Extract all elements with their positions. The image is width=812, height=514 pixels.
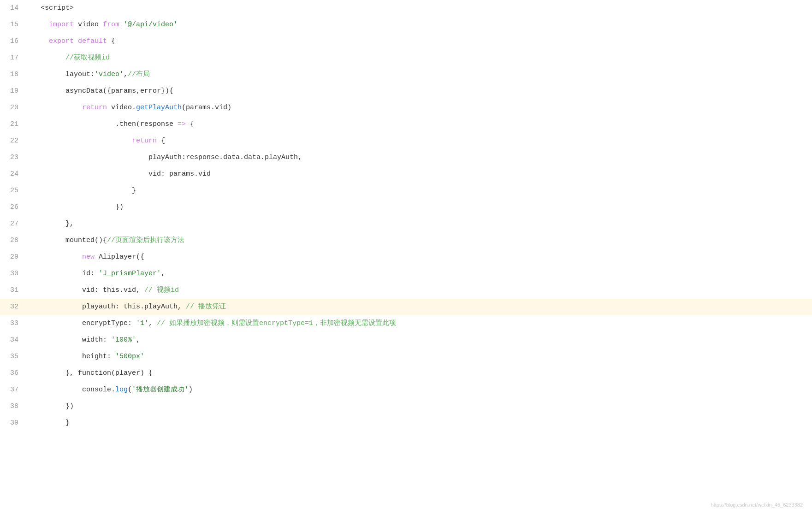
line-content: }, function(player) { [28, 365, 812, 382]
code-line: 35 height: '500px' [0, 349, 812, 365]
line-number: 34 [0, 332, 28, 349]
watermark: https://blog.csdn.net/weixin_46_6239382 [711, 501, 803, 509]
code-line: 27 }, [0, 216, 812, 232]
line-number: 27 [0, 216, 28, 232]
line-number: 19 [0, 83, 28, 100]
code-line: 29 new Aliplayer({ [0, 249, 812, 266]
line-number: 15 [0, 17, 28, 33]
line-content: playauth: this.playAuth, // 播放凭证 [28, 299, 812, 315]
line-content: width: '100%', [28, 332, 812, 349]
code-line: 39 } [0, 415, 812, 431]
code-line: 21 .then(response => { [0, 116, 812, 133]
line-number: 21 [0, 116, 28, 133]
code-line: 20 return video.getPlayAuth(params.vid) [0, 100, 812, 116]
line-number: 35 [0, 349, 28, 365]
code-line: 30 id: 'J_prismPlayer', [0, 266, 812, 282]
line-number: 16 [0, 33, 28, 50]
line-content: }, [28, 216, 812, 232]
code-line: 31 vid: this.vid, // 视频id [0, 282, 812, 299]
code-line: 33 encryptType: '1', // 如果播放加密视频，则需设置enc… [0, 315, 812, 332]
code-line: 36 }, function(player) { [0, 365, 812, 382]
code-editor: 14 <script>15 import video from '@/api/v… [0, 0, 812, 514]
code-line: 38 }) [0, 398, 812, 415]
line-content: new Aliplayer({ [28, 249, 812, 266]
line-content: vid: params.vid [28, 166, 812, 183]
code-line: 37 console.log('播放器创建成功') [0, 382, 812, 398]
line-number: 23 [0, 149, 28, 166]
code-line: 34 width: '100%', [0, 332, 812, 349]
line-content: } [28, 183, 812, 199]
line-number: 33 [0, 315, 28, 332]
line-number: 37 [0, 382, 28, 398]
line-content: import video from '@/api/video' [28, 17, 812, 33]
line-content: }) [28, 398, 812, 415]
line-content: asyncData({params,error}){ [28, 83, 812, 100]
line-number: 24 [0, 166, 28, 183]
line-content: export default { [28, 33, 812, 50]
code-line: 19 asyncData({params,error}){ [0, 83, 812, 100]
line-content: id: 'J_prismPlayer', [28, 266, 812, 282]
line-number: 14 [0, 0, 28, 17]
line-content: } [28, 415, 812, 431]
line-number: 28 [0, 232, 28, 249]
code-line: 22 return { [0, 133, 812, 149]
line-number: 36 [0, 365, 28, 382]
line-content: playAuth:response.data.data.playAuth, [28, 149, 812, 166]
line-content: console.log('播放器创建成功') [28, 382, 812, 398]
line-content: return video.getPlayAuth(params.vid) [28, 100, 812, 116]
code-line: 25 } [0, 183, 812, 199]
line-content: layout:'video',//布局 [28, 66, 812, 83]
line-number: 25 [0, 183, 28, 199]
line-number: 22 [0, 133, 28, 149]
code-line: 15 import video from '@/api/video' [0, 17, 812, 33]
code-line: 28 mounted(){//页面渲染后执行该方法 [0, 232, 812, 249]
line-content: height: '500px' [28, 349, 812, 365]
line-number: 30 [0, 266, 28, 282]
code-line: 32 playauth: this.playAuth, // 播放凭证 [0, 299, 812, 315]
line-content: mounted(){//页面渲染后执行该方法 [28, 232, 812, 249]
line-number: 17 [0, 50, 28, 66]
line-content: }) [28, 199, 812, 216]
line-content: return { [28, 133, 812, 149]
line-number: 18 [0, 66, 28, 83]
line-content: vid: this.vid, // 视频id [28, 282, 812, 299]
code-line: 26 }) [0, 199, 812, 216]
code-line: 24 vid: params.vid [0, 166, 812, 183]
line-number: 38 [0, 398, 28, 415]
code-line: 16 export default { [0, 33, 812, 50]
code-line: 14 <script> [0, 0, 812, 17]
code-lines-container: 14 <script>15 import video from '@/api/v… [0, 0, 812, 431]
code-line: 23 playAuth:response.data.data.playAuth, [0, 149, 812, 166]
line-content: encryptType: '1', // 如果播放加密视频，则需设置encryp… [28, 315, 812, 332]
line-number: 26 [0, 199, 28, 216]
line-content: //获取视频id [28, 50, 812, 66]
line-number: 39 [0, 415, 28, 431]
line-number: 29 [0, 249, 28, 266]
line-number: 20 [0, 100, 28, 116]
line-number: 31 [0, 282, 28, 299]
line-content: <script> [28, 0, 812, 17]
line-number: 32 [0, 299, 28, 315]
code-line: 17 //获取视频id [0, 50, 812, 66]
code-line: 18 layout:'video',//布局 [0, 66, 812, 83]
line-content: .then(response => { [28, 116, 812, 133]
